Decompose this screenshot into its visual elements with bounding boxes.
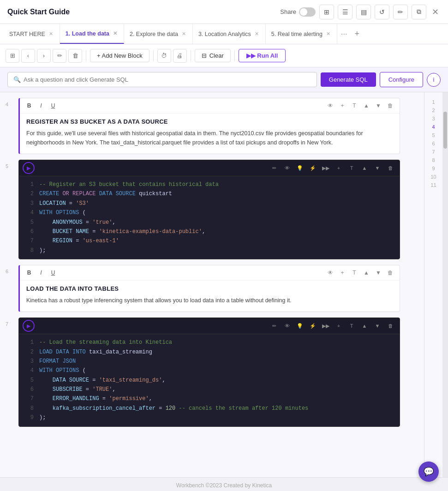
prev-btn[interactable]: ‹	[21, 49, 35, 63]
up-btn-6[interactable]: ▲	[361, 267, 372, 278]
code-text: DATA SOURCE = 'taxi_streaming_ds',	[39, 376, 166, 385]
line-no: 2	[24, 347, 34, 357]
tab-load-data-close[interactable]: ✕	[112, 30, 118, 37]
tab-start-here[interactable]: START HERE ✕	[4, 24, 60, 44]
grid-view-btn[interactable]: ⊞	[6, 49, 19, 63]
tab-location-analytics[interactable]: 3. Location Analytics ✕	[193, 24, 266, 44]
tab-load-data[interactable]: 1. Load the data ✕	[60, 24, 124, 44]
underline-btn-4[interactable]: U	[48, 100, 59, 111]
code-text: LOAD DATA INTO taxi_data_streaming	[39, 347, 152, 357]
configure-btn[interactable]: Configure	[380, 72, 423, 87]
eye-btn-5[interactable]: 👁	[281, 162, 293, 174]
code-line-7-7: 7 ERROR_HANDLING = 'permissive',	[19, 394, 400, 403]
line-no: 5	[24, 376, 34, 385]
text-block-4: B I U 👁 + T ▲ ▼ 🗑 REGISTER AN S3 BUCKET …	[18, 98, 400, 154]
plus-btn-6[interactable]: +	[337, 267, 348, 278]
main-area: 4 B I U 👁 + T ▲ ▼ 🗑	[0, 92, 448, 477]
text-btn-5[interactable]: T	[346, 162, 357, 174]
share-toggle[interactable]	[299, 7, 316, 17]
edit-btn-5[interactable]: ✏	[269, 162, 280, 174]
delete-block-btn[interactable]: 🗑	[68, 49, 82, 63]
eye-btn-7[interactable]: 👁	[281, 320, 293, 331]
tab-explore-data[interactable]: 2. Explore the data ✕	[124, 24, 193, 44]
list-icon-btn[interactable]: ☰	[338, 5, 352, 19]
bold-btn-6[interactable]: B	[24, 267, 35, 278]
next-btn[interactable]: ›	[37, 49, 51, 63]
tab-start-here-close[interactable]: ✕	[48, 30, 54, 37]
down-btn-4[interactable]: ▼	[373, 100, 384, 111]
edit-btn-7[interactable]: ✏	[269, 320, 280, 331]
add-btn-7[interactable]: +	[333, 320, 344, 331]
run-more-btn-5[interactable]: ▶▶	[320, 162, 331, 174]
italic-btn-4[interactable]: I	[36, 100, 47, 111]
clear-text: Clear	[209, 52, 224, 59]
sql-input[interactable]	[24, 76, 311, 83]
clear-btn[interactable]: ⊟ Clear	[195, 49, 231, 62]
tabs-add-btn[interactable]: +	[351, 29, 363, 39]
info-btn[interactable]: i	[427, 73, 441, 87]
share-btn-5[interactable]: ⚡	[307, 162, 318, 174]
delete-btn-6[interactable]: 🗑	[385, 267, 396, 278]
tabs-more-btn[interactable]: ···	[337, 30, 351, 38]
title-bar: Quick Start Guide Share ⊞ ☰ ▤ ↺ ✏ ⧉ ✕	[0, 0, 448, 24]
code-block-7-toolbar: ▶ ✏ 👁 💡 ⚡ ▶▶ + T ▲ ▼ 🗑	[19, 318, 400, 334]
clock-btn[interactable]: ⏱	[157, 49, 171, 63]
generate-sql-btn[interactable]: Generate SQL	[321, 72, 376, 87]
run-btn-5[interactable]: ▶	[23, 162, 35, 174]
window-close-btn[interactable]: ✕	[430, 5, 441, 19]
tab-realtime-alerting[interactable]: 5. Real time alerting ✕	[266, 24, 337, 44]
code-text: FORMAT JSON	[39, 357, 76, 366]
plus-btn-4[interactable]: +	[337, 100, 348, 111]
tab-location-analytics-close[interactable]: ✕	[254, 30, 260, 37]
eye-btn-6[interactable]: 👁	[325, 267, 336, 278]
add-block-label: + Add New Block	[97, 52, 143, 59]
block-num-5: 5	[6, 163, 8, 169]
bold-btn-4[interactable]: B	[24, 100, 35, 111]
code-line-7-1: 1 -- Load the streaming data into Kineti…	[19, 338, 400, 347]
text-btn-4[interactable]: T	[349, 100, 360, 111]
text-btn-6[interactable]: T	[349, 267, 360, 278]
del-btn-5[interactable]: 🗑	[385, 162, 396, 174]
up-btn-4[interactable]: ▲	[361, 100, 372, 111]
code-text: SUBSCRIBE = 'TRUE',	[39, 385, 116, 394]
add-btn-5[interactable]: +	[333, 162, 344, 174]
tab-realtime-alerting-close[interactable]: ✕	[325, 30, 331, 37]
del-btn-7[interactable]: 🗑	[385, 320, 396, 331]
footer: Workbench ©2023 Created by Kinetica	[0, 477, 448, 491]
code-line-5-5: 5 ANONYMOUS = 'true',	[19, 218, 400, 227]
print-btn[interactable]: 🖨	[173, 49, 187, 63]
edit-block-btn[interactable]: ✏	[53, 49, 66, 63]
bulb-btn-7[interactable]: 💡	[294, 320, 305, 331]
eye-btn-4[interactable]: 👁	[325, 100, 336, 111]
run-all-btn[interactable]: ▶▶ Run All	[239, 49, 286, 62]
run-btn-7[interactable]: ▶	[23, 320, 35, 332]
undo-icon-btn[interactable]: ↺	[375, 5, 389, 19]
grid-icon-btn[interactable]: ⊞	[319, 5, 334, 19]
right-scrollbar[interactable]	[442, 92, 448, 477]
tab-explore-data-close[interactable]: ✕	[181, 30, 187, 37]
scroll-thumb[interactable]	[443, 112, 447, 149]
share-btn-7[interactable]: ⚡	[307, 320, 318, 331]
up-btn-5[interactable]: ▲	[359, 162, 370, 174]
down-btn-6[interactable]: ▼	[373, 267, 384, 278]
delete-btn-4[interactable]: 🗑	[385, 100, 396, 111]
down-btn-7[interactable]: ▼	[372, 320, 383, 331]
line-no: 7	[24, 236, 34, 246]
italic-btn-6[interactable]: I	[36, 267, 47, 278]
text-btn-7[interactable]: T	[346, 320, 357, 331]
underline-btn-6[interactable]: U	[48, 267, 59, 278]
add-block-btn[interactable]: + Add New Block	[90, 49, 149, 62]
down-btn-5[interactable]: ▼	[372, 162, 383, 174]
line-no: 8	[24, 246, 34, 255]
edit-icon-btn[interactable]: ✏	[393, 5, 408, 19]
up-btn-7[interactable]: ▲	[359, 320, 370, 331]
text-block-4-heading: REGISTER AN S3 BUCKET AS A DATA SOURCE	[26, 118, 393, 125]
content-scroll[interactable]: 4 B I U 👁 + T ▲ ▼ 🗑	[0, 92, 424, 477]
line-num-1: 1	[424, 98, 442, 106]
run-more-btn-7[interactable]: ▶▶	[320, 320, 331, 331]
chat-bubble-btn[interactable]: 💬	[418, 461, 439, 482]
bulb-btn-5[interactable]: 💡	[294, 162, 305, 174]
line-num-10: 10	[424, 173, 442, 181]
sidebar-icon-btn[interactable]: ▤	[356, 5, 371, 19]
copy-icon-btn[interactable]: ⧉	[412, 5, 426, 19]
